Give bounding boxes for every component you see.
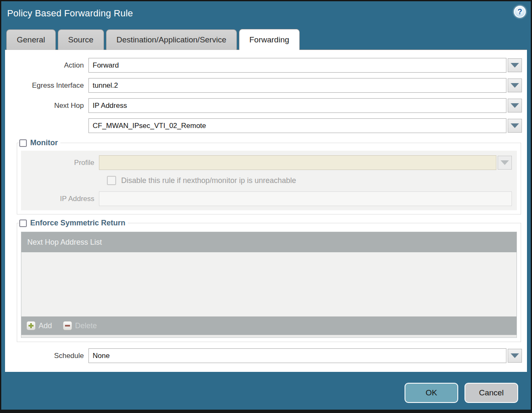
action-row: Action Forward xyxy=(5,58,522,73)
table-scrollbar-track[interactable] xyxy=(21,335,517,338)
action-dropdown-button[interactable] xyxy=(508,58,522,72)
schedule-row: Schedule None xyxy=(5,348,522,363)
next-hop-address-list-toolbar: Add Delete xyxy=(21,316,516,335)
chevron-down-icon xyxy=(501,160,509,165)
next-hop-dropdown-button[interactable] xyxy=(508,99,522,112)
tab-forwarding[interactable]: Forwarding xyxy=(239,29,300,50)
tab-source[interactable]: Source xyxy=(58,29,104,50)
monitor-checkbox[interactable] xyxy=(19,139,27,147)
symmetric-return-legend: Enforce Symmetric Return xyxy=(30,219,125,227)
schedule-label: Schedule xyxy=(5,352,88,360)
chevron-down-icon xyxy=(511,123,519,128)
tab-destination-application-service[interactable]: Destination/Application/Service xyxy=(106,29,237,50)
action-label: Action xyxy=(5,61,88,70)
ok-button[interactable]: OK xyxy=(405,383,458,403)
forwarding-tab-panel: Action Forward Egress Interface tunnel.2… xyxy=(5,50,527,372)
pbf-rule-dialog: Policy Based Forwarding Rule ? General S… xyxy=(0,0,532,413)
next-hop-label: Next Hop xyxy=(5,102,88,110)
monitor-profile-select xyxy=(99,155,496,170)
next-hop-address-list-header: Next Hop Address List xyxy=(21,232,516,252)
monitor-ip-address-input xyxy=(99,191,512,206)
monitor-disable-rule-row: Disable this rule if nexthop/monitor ip … xyxy=(107,176,512,185)
monitor-group-body: Profile Disable this rule if nexthop/mon… xyxy=(21,151,517,210)
action-select[interactable]: Forward xyxy=(88,58,506,73)
monitor-ip-address-row: IP Address xyxy=(21,191,512,206)
next-hop-address-select[interactable]: CF_MWAN_IPsec_VTI_02_Remote xyxy=(88,118,506,133)
monitor-profile-dropdown-button xyxy=(498,156,512,170)
monitor-profile-row: Profile xyxy=(21,155,512,170)
minus-icon xyxy=(63,321,72,330)
symmetric-return-checkbox[interactable] xyxy=(19,220,27,227)
next-hop-address-row: CF_MWAN_IPsec_VTI_02_Remote xyxy=(5,118,522,133)
monitor-group: Monitor Profile Disable this rule if nex… xyxy=(17,139,521,214)
chevron-down-icon xyxy=(511,63,519,68)
schedule-dropdown-button[interactable] xyxy=(508,349,522,363)
egress-interface-row: Egress Interface tunnel.2 xyxy=(5,78,522,93)
next-hop-select[interactable]: IP Address xyxy=(88,98,506,113)
help-icon[interactable]: ? xyxy=(514,6,526,18)
next-hop-address-dropdown-button[interactable] xyxy=(508,119,522,133)
tab-general[interactable]: General xyxy=(6,29,56,50)
egress-interface-select[interactable]: tunnel.2 xyxy=(88,78,506,93)
next-hop-row: Next Hop IP Address xyxy=(5,98,522,113)
egress-interface-label: Egress Interface xyxy=(5,81,88,90)
cancel-button[interactable]: Cancel xyxy=(465,383,518,403)
tab-strip: General Source Destination/Application/S… xyxy=(6,29,300,50)
next-hop-address-list-body xyxy=(21,252,516,316)
schedule-select[interactable]: None xyxy=(88,348,506,363)
add-button[interactable]: Add xyxy=(26,321,52,330)
egress-interface-dropdown-button[interactable] xyxy=(508,78,522,92)
monitor-ip-address-label: IP Address xyxy=(21,195,99,203)
chevron-down-icon xyxy=(511,353,519,358)
chevron-down-icon xyxy=(511,83,519,88)
symmetric-return-group: Enforce Symmetric Return Next Hop Addres… xyxy=(17,219,521,342)
disable-rule-checkbox xyxy=(107,176,116,185)
chevron-down-icon xyxy=(511,103,519,108)
dialog-titlebar: Policy Based Forwarding Rule ? xyxy=(1,1,531,29)
next-hop-address-list-table: Next Hop Address List Add Delete xyxy=(21,232,517,335)
dialog-footer: OK Cancel xyxy=(405,383,518,403)
plus-icon xyxy=(26,321,36,330)
disable-rule-label: Disable this rule if nexthop/monitor ip … xyxy=(121,176,296,185)
delete-button: Delete xyxy=(63,321,97,330)
dialog-title: Policy Based Forwarding Rule xyxy=(7,8,133,19)
monitor-legend: Monitor xyxy=(30,139,58,147)
monitor-profile-label: Profile xyxy=(21,159,99,167)
